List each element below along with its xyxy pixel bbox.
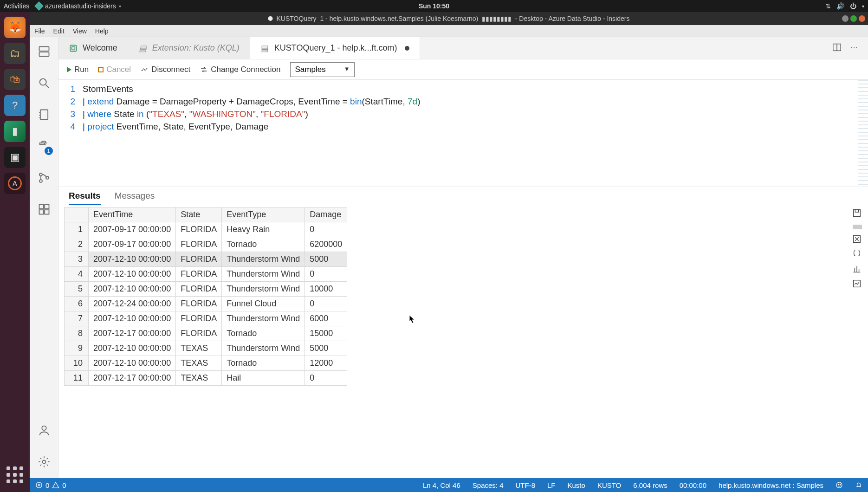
- database-select[interactable]: Samples: [290, 62, 355, 77]
- cell-eventtime[interactable]: 2007-12-10 00:00:00: [89, 267, 176, 282]
- app-menu[interactable]: azuredatastudio-insiders ▾: [36, 2, 121, 10]
- power-icon[interactable]: ⏻: [850, 2, 856, 10]
- cell-damage[interactable]: 15000: [305, 326, 347, 341]
- launcher-terminal[interactable]: ▣: [4, 147, 26, 168]
- cell-eventtime[interactable]: 2007-12-10 00:00:00: [89, 252, 176, 267]
- more-actions-button[interactable]: ⋯: [850, 43, 861, 53]
- status-language2[interactable]: KUSTO: [597, 481, 621, 489]
- results-grid[interactable]: EventTime State EventType Damage 12007-0…: [64, 207, 347, 386]
- activity-settings[interactable]: [36, 454, 52, 470]
- row-number[interactable]: 2: [65, 237, 89, 252]
- table-row[interactable]: 92007-12-10 00:00:00TEXASThunderstorm Wi…: [65, 341, 347, 356]
- results-tab[interactable]: Results: [69, 191, 101, 205]
- cell-damage[interactable]: 5000: [305, 341, 347, 356]
- split-editor-button[interactable]: [832, 42, 842, 54]
- cell-state[interactable]: TEXAS: [176, 356, 222, 371]
- row-number[interactable]: 3: [65, 252, 89, 267]
- save-json-button[interactable]: [852, 249, 863, 259]
- cell-eventtime[interactable]: 2007-12-10 00:00:00: [89, 282, 176, 297]
- cell-damage[interactable]: 6200000: [305, 237, 347, 252]
- col-eventtype[interactable]: EventType: [222, 207, 305, 222]
- status-feedback[interactable]: [836, 481, 843, 489]
- cell-eventtype[interactable]: Thunderstorm Wind: [222, 267, 305, 282]
- cell-eventtype[interactable]: Heavy Rain: [222, 222, 305, 237]
- menu-help[interactable]: Help: [95, 27, 109, 35]
- cell-eventtype[interactable]: Thunderstorm Wind: [222, 311, 305, 326]
- status-encoding[interactable]: UTF-8: [516, 481, 536, 489]
- cell-state[interactable]: FLORIDA: [176, 297, 222, 311]
- table-row[interactable]: 112007-12-17 00:00:00TEXASHail0: [65, 371, 347, 386]
- cell-eventtype[interactable]: Tornado: [222, 326, 305, 341]
- row-number[interactable]: 8: [65, 326, 89, 341]
- cell-damage[interactable]: 0: [305, 371, 347, 386]
- table-row[interactable]: 72007-12-10 00:00:00FLORIDAThunderstorm …: [65, 311, 347, 326]
- col-eventtime[interactable]: EventTime: [89, 207, 176, 222]
- status-spaces[interactable]: Spaces: 4: [473, 481, 504, 489]
- cell-damage[interactable]: 10000: [305, 282, 347, 297]
- menu-edit[interactable]: Edit: [53, 27, 65, 35]
- activity-account[interactable]: [36, 422, 52, 438]
- cell-state[interactable]: FLORIDA: [176, 267, 222, 282]
- cell-damage[interactable]: 0: [305, 297, 347, 311]
- col-damage[interactable]: Damage: [305, 207, 347, 222]
- save-csv-button[interactable]: [852, 208, 863, 218]
- cell-state[interactable]: FLORIDA: [176, 237, 222, 252]
- cell-eventtime[interactable]: 2007-09-17 00:00:00: [89, 237, 176, 252]
- table-row[interactable]: 102007-12-10 00:00:00TEXASTornado12000: [65, 356, 347, 371]
- cell-damage[interactable]: 0: [305, 222, 347, 237]
- cell-state[interactable]: FLORIDA: [176, 222, 222, 237]
- table-row[interactable]: 42007-12-10 00:00:00FLORIDAThunderstorm …: [65, 267, 347, 282]
- messages-tab[interactable]: Messages: [115, 191, 155, 205]
- code-editor[interactable]: 1234 StormEvents | extend Damage = Damag…: [58, 80, 868, 187]
- table-row[interactable]: 62007-12-24 00:00:00FLORIDAFunnel Cloud0: [65, 297, 347, 311]
- activity-source-control[interactable]: [36, 170, 52, 186]
- change-connection-button[interactable]: Change Connection: [200, 65, 280, 74]
- table-row[interactable]: 82007-12-17 00:00:00FLORIDATornado15000: [65, 326, 347, 341]
- row-number[interactable]: 7: [65, 311, 89, 326]
- status-cursor[interactable]: Ln 4, Col 46: [423, 481, 460, 489]
- cell-state[interactable]: FLORIDA: [176, 252, 222, 267]
- row-number[interactable]: 4: [65, 267, 89, 282]
- close-button[interactable]: [859, 15, 865, 22]
- activity-servers[interactable]: [36, 44, 52, 59]
- chevron-down-icon[interactable]: ▾: [862, 4, 864, 9]
- cell-eventtime[interactable]: 2007-12-10 00:00:00: [89, 341, 176, 356]
- save-excel-button[interactable]: [852, 234, 863, 244]
- maximize-button[interactable]: [850, 15, 857, 22]
- cell-eventtime[interactable]: 2007-12-10 00:00:00: [89, 311, 176, 326]
- minimap[interactable]: [858, 80, 868, 187]
- row-number[interactable]: 10: [65, 356, 89, 371]
- code-content[interactable]: StormEvents | extend Damage = DamageProp…: [80, 80, 868, 187]
- cell-damage[interactable]: 12000: [305, 356, 347, 371]
- cancel-button[interactable]: Cancel: [98, 65, 131, 74]
- row-number[interactable]: 6: [65, 297, 89, 311]
- cell-state[interactable]: FLORIDA: [176, 311, 222, 326]
- cell-eventtype[interactable]: Tornado: [222, 237, 305, 252]
- activity-extensions[interactable]: [36, 201, 52, 217]
- table-row[interactable]: 22007-09-17 00:00:00FLORIDATornado620000…: [65, 237, 347, 252]
- status-rows[interactable]: 6,004 rows: [633, 481, 667, 489]
- status-eol[interactable]: LF: [547, 481, 556, 489]
- col-state[interactable]: State: [176, 207, 222, 222]
- cell-eventtype[interactable]: Tornado: [222, 356, 305, 371]
- cell-eventtype[interactable]: Hail: [222, 371, 305, 386]
- launcher-software[interactable]: 🛍: [4, 69, 26, 90]
- cell-damage[interactable]: 0: [305, 267, 347, 282]
- launcher-azure-data-studio[interactable]: ▮: [4, 121, 26, 142]
- cell-eventtime[interactable]: 2007-12-17 00:00:00: [89, 326, 176, 341]
- menu-view[interactable]: View: [73, 27, 87, 35]
- cell-eventtype[interactable]: Thunderstorm Wind: [222, 282, 305, 297]
- show-chart-button[interactable]: [852, 264, 863, 274]
- cell-eventtype[interactable]: Thunderstorm Wind: [222, 341, 305, 356]
- cell-eventtime[interactable]: 2007-12-10 00:00:00: [89, 356, 176, 371]
- cell-eventtime[interactable]: 2007-12-24 00:00:00: [89, 297, 176, 311]
- cell-damage[interactable]: 6000: [305, 311, 347, 326]
- run-button[interactable]: Run: [67, 65, 89, 74]
- row-number[interactable]: 11: [65, 371, 89, 386]
- table-row[interactable]: 12007-09-17 00:00:00FLORIDAHeavy Rain0: [65, 222, 347, 237]
- row-header-blank[interactable]: [65, 207, 89, 222]
- tab-extension-kusto[interactable]: ▤ Extension: Kusto (KQL): [128, 37, 250, 59]
- status-problems[interactable]: 0 0: [35, 481, 66, 489]
- status-time[interactable]: 00:00:00: [680, 481, 706, 489]
- row-number[interactable]: 1: [65, 222, 89, 237]
